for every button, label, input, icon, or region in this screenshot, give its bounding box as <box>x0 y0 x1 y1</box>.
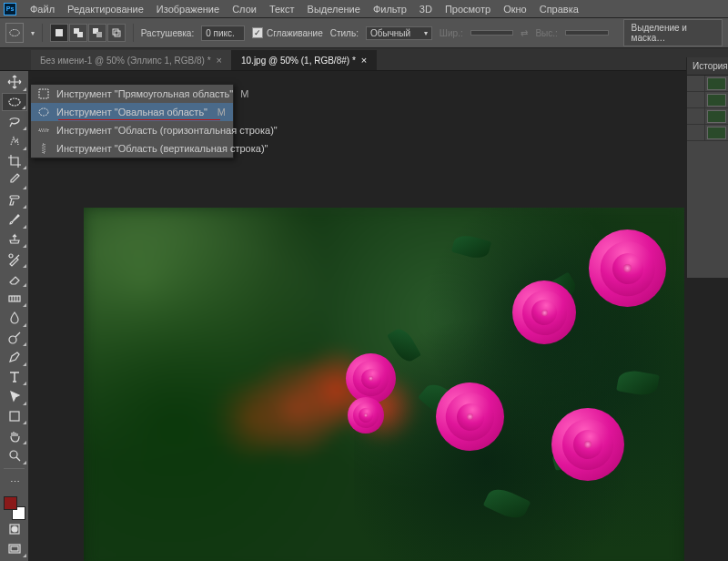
healing-brush-tool[interactable] <box>2 191 27 210</box>
path-select-tool[interactable] <box>2 387 27 406</box>
menu-file[interactable]: Файл <box>24 2 61 16</box>
select-and-mask-button[interactable]: Выделение и маска… <box>623 19 723 46</box>
move-tool[interactable] <box>2 73 27 92</box>
svg-rect-9 <box>10 196 19 199</box>
blur-tool[interactable] <box>2 309 27 328</box>
history-panel-title[interactable]: История <box>687 57 728 76</box>
menu-image[interactable]: Изображение <box>150 2 226 16</box>
marquee-tool[interactable] <box>2 93 27 112</box>
image-rose <box>346 353 396 403</box>
menu-window[interactable]: Окно <box>497 2 533 16</box>
menu-layer[interactable]: Слои <box>226 2 263 16</box>
menu-filter[interactable]: Фильтр <box>367 2 413 16</box>
menu-view[interactable]: Просмотр <box>439 2 497 16</box>
menu-help[interactable]: Справка <box>533 2 585 16</box>
hand-tool[interactable] <box>2 426 27 445</box>
eyedropper-tool[interactable] <box>2 171 27 190</box>
clone-stamp-tool[interactable] <box>2 230 27 250</box>
close-icon[interactable]: × <box>361 55 367 66</box>
svg-point-0 <box>10 30 20 36</box>
history-panel: История <box>686 57 728 278</box>
tab-doc-1[interactable]: Без имени-1 @ 50% (Эллипс 1, RGB/8) *× <box>31 50 232 70</box>
chevron-down-icon[interactable]: ▾ <box>31 29 35 37</box>
svg-rect-21 <box>39 129 48 131</box>
style-label: Стиль: <box>330 28 359 38</box>
menu-select[interactable]: Выделение <box>301 2 367 16</box>
type-tool[interactable] <box>2 368 27 387</box>
height-input <box>565 30 609 36</box>
col-marquee-icon <box>38 142 49 155</box>
brush-tool[interactable] <box>2 210 27 230</box>
feather-label: Растушевка: <box>141 28 194 38</box>
history-state[interactable] <box>687 76 728 92</box>
selection-intersect-button[interactable] <box>107 24 126 42</box>
dodge-tool[interactable] <box>2 329 27 348</box>
flyout-col-marquee[interactable]: Инструмент "Область (вертикальная строка… <box>31 139 233 158</box>
pen-tool[interactable] <box>2 348 27 367</box>
menu-3d[interactable]: 3D <box>413 2 439 16</box>
check-icon: ✓ <box>252 27 263 38</box>
svg-point-10 <box>9 254 13 258</box>
separator <box>4 468 25 472</box>
shape-tool[interactable] <box>2 407 27 426</box>
separator <box>133 24 134 42</box>
foreground-color[interactable] <box>4 496 17 510</box>
svg-rect-3 <box>77 32 83 37</box>
svg-rect-22 <box>43 144 45 153</box>
history-brush-tool[interactable] <box>2 250 27 269</box>
rect-marquee-icon <box>38 87 49 100</box>
flyout-row-marquee[interactable]: Инструмент "Область (горизонтальная стро… <box>31 121 233 139</box>
edit-toolbar[interactable]: ⋯ <box>2 473 27 492</box>
antialias-label: Сглаживание <box>267 28 323 38</box>
color-swatches[interactable] <box>2 496 27 520</box>
marquee-flyout-menu: Инструмент "Прямоугольная область"M Инст… <box>30 84 234 158</box>
history-state[interactable] <box>687 108 728 125</box>
feather-input[interactable]: 0 пикс. <box>201 26 245 41</box>
svg-rect-19 <box>39 89 48 98</box>
ps-logo-icon: Ps <box>4 3 16 15</box>
svg-point-12 <box>9 336 16 343</box>
selection-new-button[interactable] <box>50 24 68 42</box>
zoom-tool[interactable] <box>2 446 27 465</box>
gradient-tool[interactable] <box>2 289 27 308</box>
image-rose <box>512 280 576 344</box>
tab-doc-2[interactable]: 10.jpg @ 50% (1, RGB/8#) *× <box>232 50 377 70</box>
history-state[interactable] <box>687 92 728 108</box>
image-rose <box>551 408 624 481</box>
row-marquee-icon <box>38 124 49 137</box>
svg-point-8 <box>9 98 20 106</box>
screen-mode-toggle[interactable] <box>2 540 27 559</box>
document-tabs: Без имени-1 @ 50% (Эллипс 1, RGB/8) *× 1… <box>0 48 728 71</box>
width-label: Шир.: <box>440 28 463 38</box>
toolbox: ⋯ <box>0 71 29 561</box>
menu-edit[interactable]: Редактирование <box>61 2 150 16</box>
quick-mask-toggle[interactable] <box>2 520 27 539</box>
height-label: Выс.: <box>535 28 557 38</box>
image-rose <box>589 230 666 307</box>
svg-rect-13 <box>10 412 19 421</box>
menu-type[interactable]: Текст <box>263 2 301 16</box>
eraser-tool[interactable] <box>2 270 27 289</box>
swap-wh-icon: ⇄ <box>521 28 528 38</box>
style-select[interactable]: Обычный▾ <box>366 26 432 40</box>
current-tool-indicator[interactable] <box>5 23 24 43</box>
crop-tool[interactable] <box>2 152 27 171</box>
document-canvas[interactable] <box>84 208 684 561</box>
close-icon[interactable]: × <box>217 55 222 66</box>
flyout-ellipse-marquee[interactable]: Инструмент "Овальная область"M <box>31 103 233 121</box>
image-rose <box>348 397 384 434</box>
selection-add-button[interactable] <box>69 24 87 42</box>
selection-subtract-button[interactable] <box>88 24 106 42</box>
antialias-checkbox[interactable]: ✓ Сглаживание <box>252 27 323 38</box>
chevron-down-icon: ▾ <box>424 29 428 37</box>
svg-point-20 <box>39 108 48 116</box>
quick-select-tool[interactable] <box>2 132 27 151</box>
flyout-rect-marquee[interactable]: Инструмент "Прямоугольная область"M <box>31 85 233 103</box>
lasso-tool[interactable] <box>2 112 27 131</box>
history-state[interactable] <box>687 125 728 141</box>
options-bar: ▾ Растушевка: 0 пикс. ✓ Сглаживание Стил… <box>0 18 728 48</box>
ellipse-marquee-icon <box>38 106 49 118</box>
svg-rect-1 <box>56 29 63 36</box>
width-input <box>470 30 514 36</box>
svg-point-16 <box>12 526 17 532</box>
